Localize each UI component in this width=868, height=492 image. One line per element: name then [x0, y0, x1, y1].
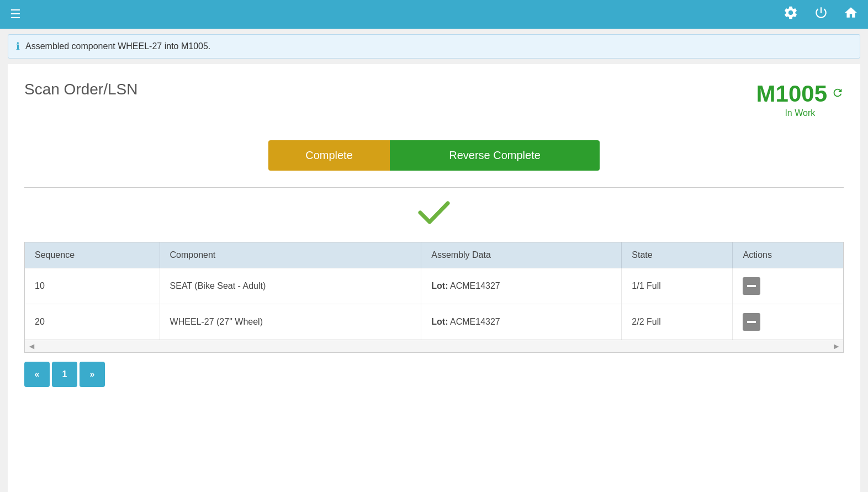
cell-sequence: 10	[25, 268, 160, 304]
scroll-left-arrow[interactable]: ◀	[29, 342, 34, 350]
action-buttons: Complete Reverse Complete	[24, 140, 844, 171]
checkmark-icon	[417, 199, 451, 231]
pagination: « 1 »	[24, 362, 844, 387]
notification-bar: ℹ Assembled component WHEEL-27 into M100…	[8, 34, 860, 59]
complete-button[interactable]: Complete	[268, 140, 390, 171]
order-id-display: M1005	[756, 81, 844, 107]
cell-component: WHEEL-27 (27" Wheel)	[160, 304, 421, 340]
page-title: Scan Order/LSN	[24, 81, 137, 98]
table-scrollbar-indicator: ◀ ▶	[25, 340, 843, 352]
table-body: 10 SEAT (Bike Seat - Adult) Lot: ACME143…	[25, 268, 843, 340]
cell-state: 1/1 Full	[622, 268, 733, 304]
checkmark-container	[24, 199, 844, 231]
hamburger-menu-icon[interactable]: ☰	[10, 7, 21, 22]
page-header: Scan Order/LSN M1005 In Work	[24, 81, 844, 118]
cell-component: SEAT (Bike Seat - Adult)	[160, 268, 421, 304]
cell-sequence: 20	[25, 304, 160, 340]
table-row: 20 WHEEL-27 (27" Wheel) Lot: ACME14327 2…	[25, 304, 843, 340]
main-content: Scan Order/LSN M1005 In Work Complete Re…	[8, 64, 860, 492]
action-minus-button[interactable]	[743, 313, 760, 331]
reverse-complete-button[interactable]: Reverse Complete	[390, 140, 600, 171]
order-status: In Work	[756, 108, 844, 118]
power-icon[interactable]	[814, 6, 828, 23]
table-row: 10 SEAT (Bike Seat - Adult) Lot: ACME143…	[25, 268, 843, 304]
order-info: M1005 In Work	[756, 81, 844, 118]
home-icon[interactable]	[844, 6, 858, 23]
table-scroll-area[interactable]: Sequence Component Assembly Data State A…	[25, 242, 843, 340]
current-page-button[interactable]: 1	[52, 362, 77, 387]
topbar-left: ☰	[10, 7, 21, 22]
col-component: Component	[160, 242, 421, 268]
divider	[24, 187, 844, 188]
svg-rect-0	[747, 285, 756, 287]
scroll-right-arrow[interactable]: ▶	[834, 342, 839, 350]
cell-state: 2/2 Full	[622, 304, 733, 340]
order-id-value: M1005	[756, 81, 827, 107]
table-header: Sequence Component Assembly Data State A…	[25, 242, 843, 268]
cell-assembly-data: Lot: ACME14327	[421, 304, 622, 340]
assembly-table: Sequence Component Assembly Data State A…	[25, 242, 843, 340]
cell-actions	[733, 268, 843, 304]
svg-rect-1	[747, 321, 756, 323]
cell-actions	[733, 304, 843, 340]
cell-assembly-data: Lot: ACME14327	[421, 268, 622, 304]
settings-icon[interactable]	[783, 5, 798, 24]
prev-prev-button[interactable]: «	[24, 362, 50, 387]
col-sequence: Sequence	[25, 242, 160, 268]
col-actions: Actions	[733, 242, 843, 268]
info-icon: ℹ	[16, 40, 20, 52]
refresh-icon[interactable]	[832, 87, 844, 102]
data-table-wrapper: Sequence Component Assembly Data State A…	[24, 242, 844, 353]
action-minus-button[interactable]	[743, 277, 760, 295]
topbar-right	[783, 5, 858, 24]
notification-message: Assembled component WHEEL-27 into M1005.	[25, 41, 210, 51]
col-assembly-data: Assembly Data	[421, 242, 622, 268]
topbar: ☰	[0, 0, 868, 29]
col-state: State	[622, 242, 733, 268]
next-next-button[interactable]: »	[80, 362, 105, 387]
